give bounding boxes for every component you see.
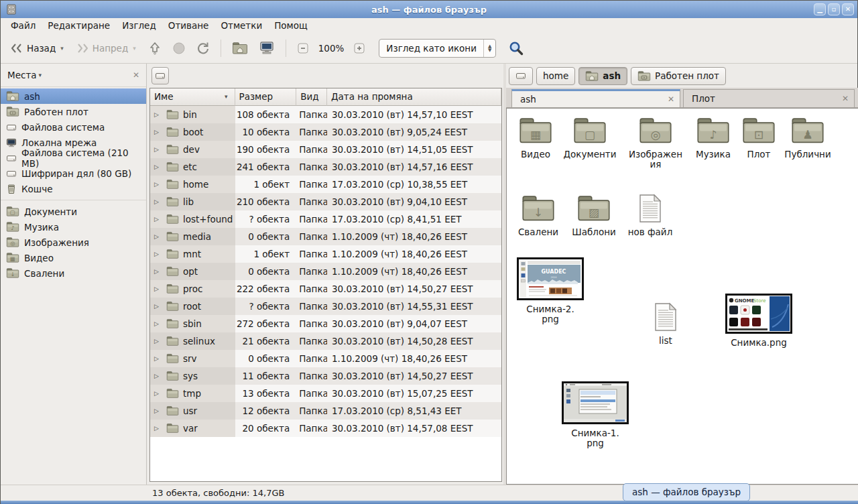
cell-name[interactable]: ▷ bin bbox=[150, 106, 235, 123]
icon-item-newfile[interactable]: нов файл bbox=[622, 194, 678, 237]
sidebar-close-icon[interactable]: ✕ bbox=[133, 70, 139, 80]
cell-name[interactable]: ▷ sys bbox=[150, 367, 235, 385]
cell-name[interactable]: ▷ proc bbox=[150, 280, 235, 298]
table-row[interactable]: ▷ sys11 обектаПапка30.03.2010 (вт) 14,50… bbox=[150, 367, 501, 385]
home-button[interactable] bbox=[228, 38, 252, 58]
sidebar-item-кошче[interactable]: Кошче bbox=[1, 181, 146, 196]
cell-name[interactable]: ▷ dev bbox=[150, 141, 235, 158]
expander-icon[interactable]: ▷ bbox=[154, 106, 162, 123]
tab-close-icon[interactable]: ✕ bbox=[661, 94, 674, 104]
icon-item-images[interactable]: ◎ Изображения bbox=[627, 116, 684, 170]
table-row[interactable]: ▷ tmp13 обектаПапка30.03.2010 (вт) 15,07… bbox=[150, 385, 501, 402]
cell-name[interactable]: ▷ lib bbox=[150, 193, 235, 210]
expander-icon[interactable]: ▷ bbox=[154, 402, 162, 420]
cell-name[interactable]: ▷ etc bbox=[150, 158, 235, 176]
path-ash-button[interactable]: ash bbox=[578, 67, 627, 85]
menu-item-1[interactable]: Файл bbox=[5, 19, 42, 32]
titlebar[interactable]: ash — файлов браузър ▁ ▫ ✕ bbox=[1, 1, 857, 18]
close-button[interactable]: ✕ bbox=[842, 3, 854, 15]
icon-item-desktop[interactable]: ⊡ Плот bbox=[731, 116, 787, 160]
expander-icon[interactable]: ▷ bbox=[154, 193, 162, 210]
icon-item-snimka2[interactable]: GUADEC 2010 Снимка-2.png bbox=[513, 257, 587, 324]
icon-item-video[interactable]: ▦ Видео bbox=[507, 116, 564, 160]
table-row[interactable]: ▷ bin108 обектаПапка30.03.2010 (вт) 14,5… bbox=[150, 106, 501, 123]
tree-root-button[interactable] bbox=[151, 67, 169, 84]
stop-button[interactable] bbox=[168, 38, 190, 58]
expander-icon[interactable]: ▷ bbox=[154, 420, 162, 437]
tab-close-icon[interactable]: ✕ bbox=[835, 94, 849, 103]
icon-item-documents[interactable]: ▢ Документи bbox=[562, 116, 618, 160]
sidebar-title[interactable]: Места bbox=[7, 70, 37, 80]
sidebar-item-ash[interactable]: ash bbox=[1, 88, 146, 104]
expander-icon[interactable]: ▷ bbox=[154, 385, 162, 402]
expander-icon[interactable]: ▷ bbox=[154, 263, 162, 280]
cell-name[interactable]: ▷ tmp bbox=[150, 385, 235, 402]
expander-icon[interactable]: ▷ bbox=[154, 280, 162, 298]
cell-name[interactable]: ▷ srv bbox=[150, 350, 235, 367]
sidebar-item-свалени[interactable]: ↓Свалени bbox=[1, 265, 146, 281]
path-desktop-button[interactable]: Работен плот bbox=[631, 67, 726, 85]
expander-icon[interactable]: ▷ bbox=[154, 367, 162, 385]
icon-item-snimka1[interactable]: Снимка-1.png bbox=[558, 381, 632, 448]
expander-icon[interactable]: ▷ bbox=[154, 315, 162, 332]
cell-name[interactable]: ▷ mnt bbox=[150, 245, 235, 263]
forward-dropdown-icon[interactable]: ▾ bbox=[131, 45, 137, 52]
icon-item-public[interactable]: ♟ Публични bbox=[780, 116, 836, 160]
table-row[interactable]: ▷ selinux21 обектаПапка30.03.2010 (вт) 1… bbox=[150, 332, 501, 350]
cell-name[interactable]: ▷ media bbox=[150, 228, 235, 245]
tab-плот[interactable]: Плот✕ bbox=[683, 89, 855, 107]
icon-item-snimka[interactable]: GNOME Store Снимка.png bbox=[722, 294, 796, 348]
icon-item-downloads[interactable]: ↓ Свалени bbox=[510, 194, 566, 237]
tab-ash[interactable]: ash✕ bbox=[511, 89, 680, 107]
table-row[interactable]: ▷ sbin272 обектаПапка30.03.2010 (вт) 9,0… bbox=[150, 315, 501, 332]
sidebar-item-изображения[interactable]: ◎Изображения bbox=[1, 235, 146, 250]
minimize-button[interactable]: ▁ bbox=[814, 3, 826, 15]
cell-name[interactable]: ▷ opt bbox=[150, 263, 235, 280]
table-row[interactable]: ▷ boot10 обектаПапка30.03.2010 (вт) 9,05… bbox=[150, 123, 501, 141]
computer-button[interactable] bbox=[255, 38, 279, 59]
back-dropdown-icon[interactable]: ▾ bbox=[59, 45, 65, 52]
table-row[interactable]: ▷ usr12 обектаПапка17.03.2010 (ср) 8,51,… bbox=[150, 402, 501, 420]
expander-icon[interactable]: ▷ bbox=[154, 332, 162, 350]
table-row[interactable]: ▷ root? обектаПапка30.03.2010 (вт) 14,55… bbox=[150, 298, 501, 315]
icon-item-list[interactable]: list bbox=[637, 302, 694, 346]
path-home-button[interactable]: home bbox=[536, 67, 575, 85]
maximize-button[interactable]: ▫ bbox=[828, 3, 840, 15]
expander-icon[interactable]: ▷ bbox=[154, 245, 162, 263]
table-row[interactable]: ▷ var20 обектаПапка30.03.2010 (вт) 14,57… bbox=[150, 420, 501, 437]
icon-item-templates[interactable]: ▨ Шаблони bbox=[566, 194, 622, 237]
expander-icon[interactable]: ▷ bbox=[154, 123, 162, 141]
reload-button[interactable] bbox=[192, 38, 214, 58]
view-mode-spinner-icon[interactable]: ▲▼ bbox=[483, 40, 495, 57]
sidebar-item-шифриран-дял-80-gb-[interactable]: Шифриран дял (80 GB) bbox=[1, 166, 146, 181]
cell-name[interactable]: ▷ var bbox=[150, 420, 235, 437]
chevron-down-icon[interactable]: ▾ bbox=[39, 72, 42, 78]
expander-icon[interactable]: ▷ bbox=[154, 141, 162, 158]
menu-item-3[interactable]: Изглед bbox=[116, 19, 162, 32]
table-row[interactable]: ▷ srv0 обектаПапка1.10.2009 (чт) 18,40,2… bbox=[150, 350, 501, 367]
table-row[interactable]: ▷ home1 обектПапка17.03.2010 (ср) 10,38,… bbox=[150, 176, 501, 193]
cell-name[interactable]: ▷ boot bbox=[150, 123, 235, 141]
cell-name[interactable]: ▷ lost+found bbox=[150, 210, 235, 228]
table-row[interactable]: ▷ dev190 обектаПапка30.03.2010 (вт) 14,5… bbox=[150, 141, 501, 158]
up-button[interactable] bbox=[144, 38, 166, 58]
icon-view[interactable]: ▦ Видео ▢ Документи ◎ Изображения ♪ Музи… bbox=[506, 108, 858, 485]
sidebar-item-документи[interactable]: ▢Документи bbox=[1, 204, 146, 219]
cell-name[interactable]: ▷ usr bbox=[150, 402, 235, 420]
back-button[interactable]: Назад ▾ bbox=[6, 40, 69, 57]
expander-icon[interactable]: ▷ bbox=[154, 298, 162, 315]
expander-icon[interactable]: ▷ bbox=[154, 210, 162, 228]
view-mode-select[interactable]: Изглед като икони ▲▼ bbox=[379, 39, 496, 58]
sidebar-item-видео[interactable]: ▦Видео bbox=[1, 250, 146, 265]
table-row[interactable]: ▷ mnt1 обектПапка1.10.2009 (чт) 18,40,26… bbox=[150, 245, 501, 263]
cell-name[interactable]: ▷ sbin bbox=[150, 315, 235, 332]
table-row[interactable]: ▷ proc222 обектаПапка30.03.2010 (вт) 14,… bbox=[150, 280, 501, 298]
cell-name[interactable]: ▷ root bbox=[150, 298, 235, 315]
column-header-3[interactable]: Вид bbox=[296, 88, 327, 106]
zoom-out-button[interactable] bbox=[293, 39, 313, 58]
expander-icon[interactable]: ▷ bbox=[154, 176, 162, 193]
table-row[interactable]: ▷ etc241 обектаПапка30.03.2010 (вт) 14,5… bbox=[150, 158, 501, 176]
cell-name[interactable]: ▷ home bbox=[150, 176, 235, 193]
expander-icon[interactable]: ▷ bbox=[154, 350, 162, 367]
menu-item-2[interactable]: Редактиране bbox=[42, 19, 116, 32]
